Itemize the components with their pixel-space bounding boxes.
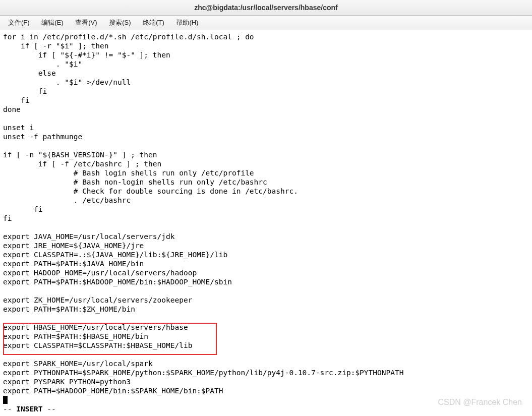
vim-status-line: -- INSERT -- xyxy=(3,405,56,413)
code-line: export HBASE_HOME=/usr/local/servers/hba… xyxy=(3,323,188,331)
menu-edit[interactable]: 编辑(E) xyxy=(36,16,68,30)
code-line: fi xyxy=(3,96,29,104)
code-line: if [ -r "$i" ]; then xyxy=(3,42,109,50)
code-line: export PATH=$PATH:$JAVA_HOME/bin xyxy=(3,260,144,268)
status-prefix: -- xyxy=(3,405,16,413)
menu-file[interactable]: 文件(F) xyxy=(3,16,35,30)
code-line: export HADOOP_HOME=/usr/local/servers/ha… xyxy=(3,269,197,277)
code-line: fi xyxy=(3,205,43,213)
text-cursor xyxy=(3,396,8,404)
menu-search[interactable]: 搜索(S) xyxy=(104,16,136,30)
menu-terminal[interactable]: 终端(T) xyxy=(138,16,169,30)
menu-help[interactable]: 帮助(H) xyxy=(171,16,203,30)
terminal-content[interactable]: for i in /etc/profile.d/*.sh /etc/profil… xyxy=(0,30,532,413)
code-line: . "$i" xyxy=(3,60,82,68)
menu-view[interactable]: 查看(V) xyxy=(70,16,102,30)
code-line: if [ -f /etc/bashrc ] ; then xyxy=(3,160,161,168)
code-line: else xyxy=(3,69,56,77)
code-line: done xyxy=(3,105,21,113)
code-line: # Bash non-login shells run only /etc/ba… xyxy=(3,178,267,186)
code-line: export PATH=$HADOOP_HOME/bin:$SPARK_HOME… xyxy=(3,387,223,395)
code-line: # Bash login shells run only /etc/profil… xyxy=(3,169,254,177)
code-line: unset i xyxy=(3,124,34,132)
status-mode: INSERT xyxy=(16,405,42,413)
code-line: export PATH=$PATH:$HADOOP_HOME/bin:$HADO… xyxy=(3,278,232,286)
code-line: unset -f pathmunge xyxy=(3,133,82,141)
status-suffix: -- xyxy=(43,405,56,413)
code-line: export SPARK_HOME=/usr/local/spark xyxy=(3,360,153,368)
code-line: export PYSPARK_PYTHON=python3 xyxy=(3,378,131,386)
code-line: export PATH=$PATH:$ZK_HOME/bin xyxy=(3,305,135,313)
code-line: export CLASSPATH=.:${JAVA_HOME}/lib:${JR… xyxy=(3,251,227,259)
code-line: export PATH=$PATH:$HBASE_HOME/bin xyxy=(3,332,148,340)
window-title-bar: zhc@bigdata:/usr/local/servers/hbase/con… xyxy=(0,0,532,16)
code-line: fi xyxy=(3,87,47,95)
menu-bar: 文件(F) 编辑(E) 查看(V) 搜索(S) 终端(T) 帮助(H) xyxy=(0,16,532,30)
code-line: . "$i" >/dev/null xyxy=(3,78,131,86)
code-line: fi xyxy=(3,214,12,222)
window-title: zhc@bigdata:/usr/local/servers/hbase/con… xyxy=(194,4,337,12)
code-line: export CLASSPATH=$CLASSPATH:$HBASE_HOME/… xyxy=(3,341,192,349)
code-line: # Check for double sourcing is done in /… xyxy=(3,187,298,195)
code-line: if [ -n "${BASH_VERSION-}" ] ; then xyxy=(3,151,157,159)
code-line: . /etc/bashrc xyxy=(3,196,131,204)
code-line: export JRE_HOME=${JAVA_HOME}/jre xyxy=(3,242,144,250)
code-line: export ZK_HOME=/usr/local/servers/zookee… xyxy=(3,296,192,304)
code-line: export JAVA_HOME=/usr/local/servers/jdk xyxy=(3,232,174,241)
code-line: export PYTHONPATH=$SPARK_HOME/python:$SP… xyxy=(3,369,403,377)
code-line: for i in /etc/profile.d/*.sh /etc/profil… xyxy=(3,33,254,41)
code-line: if [ "${-#*i}" != "$-" ]; then xyxy=(3,51,170,59)
